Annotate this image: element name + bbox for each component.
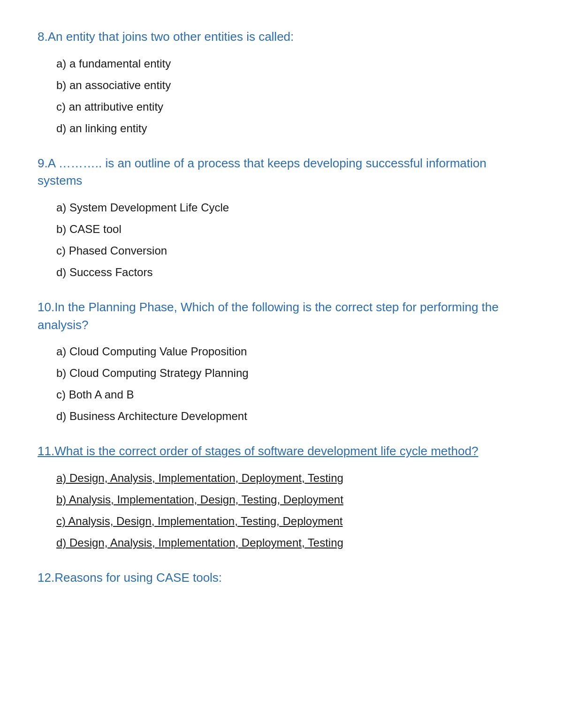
option-q8-d: d) an linking entity [56,120,525,137]
question-block-q10: 10.In the Planning Phase, Which of the f… [38,299,525,425]
option-q10-c: c) Both A and B [56,386,525,403]
option-q10-a: a) Cloud Computing Value Proposition [56,343,525,360]
option-q10-d: d) Business Architecture Development [56,408,525,425]
option-q11-d: d) Design, Analysis, Implementation, Dep… [56,534,525,551]
options-list-q10: a) Cloud Computing Value Propositionb) C… [38,343,525,425]
question-block-q12: 12.Reasons for using CASE tools: [38,569,525,587]
question-text-q9: 9.A ……….. is an outline of a process tha… [38,155,525,190]
page-content: 8.An entity that joins two other entitie… [38,28,525,587]
option-q8-a: a) a fundamental entity [56,55,525,72]
option-q9-c: c) Phased Conversion [56,242,525,259]
question-text-q8: 8.An entity that joins two other entitie… [38,28,525,46]
question-block-q9: 9.A ……….. is an outline of a process tha… [38,155,525,281]
option-q11-b: b) Analysis, Implementation, Design, Tes… [56,491,525,508]
option-q8-c: c) an attributive entity [56,98,525,115]
options-list-q8: a) a fundamental entityb) an associative… [38,55,525,137]
option-q10-b: b) Cloud Computing Strategy Planning [56,365,525,382]
options-list-q9: a) System Development Life Cycleb) CASE … [38,199,525,281]
option-q9-a: a) System Development Life Cycle [56,199,525,216]
question-text-q10: 10.In the Planning Phase, Which of the f… [38,299,525,334]
question-text-q11: 11.What is the correct order of stages o… [38,443,525,460]
option-q9-d: d) Success Factors [56,264,525,281]
question-block-q11: 11.What is the correct order of stages o… [38,443,525,551]
options-list-q11: a) Design, Analysis, Implementation, Dep… [38,470,525,551]
option-q8-b: b) an associative entity [56,77,525,94]
option-q11-c: c) Analysis, Design, Implementation, Tes… [56,513,525,530]
option-q9-b: b) CASE tool [56,221,525,238]
option-q11-a: a) Design, Analysis, Implementation, Dep… [56,470,525,487]
question-block-q8: 8.An entity that joins two other entitie… [38,28,525,137]
question-text-q12: 12.Reasons for using CASE tools: [38,569,525,587]
